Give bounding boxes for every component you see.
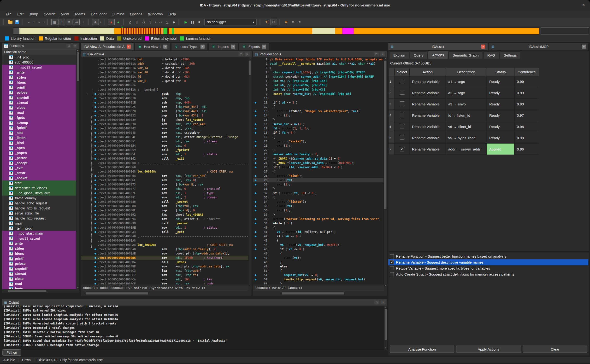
functions-hscrollbar[interactable] <box>2 289 76 293</box>
function-list-item[interactable]: f_snprintf <box>2 95 76 100</box>
output-restore-icon[interactable]: □ <box>374 300 379 304</box>
menu-file[interactable]: File <box>3 11 14 17</box>
forward-dropdown-icon[interactable]: ▾ <box>43 19 46 25</box>
disasm-gutter[interactable] <box>81 57 98 62</box>
disasm-gutter[interactable] <box>81 156 98 161</box>
pseudocode-line[interactable]: 37 } <box>253 213 384 217</box>
pseudocode-line[interactable]: 17 fd = socket(2, 1, 0); <box>253 126 384 130</box>
disasm-gutter[interactable] <box>81 221 98 226</box>
function-list-item[interactable]: f_fprintf <box>2 125 76 130</box>
pseudocode-line[interactable]: 48 } <box>253 260 384 264</box>
pseudocode-line[interactable]: 10 <box>253 96 384 100</box>
pseudocode-line[interactable]: 18 if ( fd < 0 ) <box>253 130 384 135</box>
disasm-line[interactable]: .text:0000000000400B9E mov edi, 1 ; stat… <box>81 226 248 230</box>
pseudocode-line[interactable]: 35 close(fd); <box>253 204 384 208</box>
function-list-item[interactable]: f_accept <box>2 160 76 165</box>
pseudocode-line[interactable]: 24 *(_DWORD *)&server_addr.sa_data[2] = … <box>253 156 384 161</box>
function-list-item[interactable]: f_htons <box>2 80 76 85</box>
function-list-item[interactable]: f_close <box>2 105 76 110</box>
function-list-item[interactable]: fclose <box>2 276 76 281</box>
function-list-item[interactable]: fhandle_echo_request <box>2 201 76 206</box>
disasm-gutter[interactable] <box>81 152 98 156</box>
disasm-line[interactable]: .text:0000000000400B8B mov [rbp+fd], eax <box>81 204 248 208</box>
disasm-line[interactable]: .text:0000000000400BA8 ; ---------------… <box>81 234 248 238</box>
function-list-item[interactable]: f_strlen <box>2 75 76 80</box>
pseudocode-line[interactable]: 27 { <box>253 169 384 174</box>
function-list-item[interactable]: fserve_static_file <box>2 211 76 216</box>
disasm-line[interactable]: .text:0000000000400B2B mov [rbp+var_440]… <box>81 109 248 113</box>
disasm-line[interactable]: .text:0000000000400B45 mov rax, cs:stder… <box>81 130 248 135</box>
pseudocode-line[interactable]: 46 { <box>253 251 384 256</box>
disasm-gutter[interactable] <box>81 105 98 109</box>
pseudocode-close-icon[interactable]: × <box>380 52 385 56</box>
function-list-item[interactable]: f__libc_start_main <box>2 231 76 236</box>
subtab-semantic-graph[interactable]: Semantic Graph <box>449 52 483 59</box>
analysis-option[interactable]: Rename Function - Suggest better functio… <box>388 253 588 259</box>
pseudocode-line[interactable]: 23 server_addr.sa_family = 2; <box>253 152 384 156</box>
menu-edit[interactable]: Edit <box>15 11 26 17</box>
pseudocode-line[interactable]: 51 request_buf[v5] = 0; <box>253 273 384 277</box>
disasm-gutter[interactable] <box>81 273 98 277</box>
toolbar-grip[interactable] <box>47 20 50 25</box>
pseudocode-line[interactable]: 39 while ( 1 ) <box>253 221 384 226</box>
table-row[interactable]: 5 Rename Variable v6 → client_fd Ready 0… <box>389 121 539 132</box>
disasm-gutter[interactable] <box>81 247 98 251</box>
function-list-item[interactable]: fwrite <box>2 241 76 246</box>
c-compile-icon[interactable]: 'C <box>264 19 270 25</box>
disasm-line[interactable]: .text:0000000000400B73 mov [rbp+var_8], … <box>81 182 248 187</box>
function-list-item[interactable]: fmain <box>2 221 76 226</box>
function-list-item[interactable]: f_strncat <box>2 100 76 105</box>
ida-view-restore-icon[interactable]: □ <box>239 52 243 56</box>
function-list-item[interactable]: fpclose <box>2 261 76 266</box>
function-list-item[interactable]: f_init_proc <box>2 55 76 60</box>
row-checkbox[interactable] <box>400 124 404 129</box>
pseudocode-line[interactable]: 29 close(fd); <box>253 178 384 182</box>
disasm-gutter[interactable] <box>81 143 98 148</box>
ida-view-hscrollbar[interactable] <box>81 291 248 296</box>
pseudocode-line[interactable]: 2void __fastcall __noreturn main(int a1,… <box>253 62 384 66</box>
menu-teams[interactable]: Teams <box>72 11 87 17</box>
tab-close-icon[interactable]: × <box>231 45 235 49</box>
row-checkbox[interactable]: ✓ <box>400 147 404 151</box>
row-checkbox[interactable] <box>400 113 404 117</box>
disasm-gutter[interactable] <box>81 126 98 130</box>
function-list-item[interactable]: f_write <box>2 70 76 75</box>
disasm-gutter[interactable] <box>81 139 98 143</box>
pseudocode-line[interactable]: 33 { <box>253 195 384 200</box>
subtab-explain[interactable]: Explain <box>389 52 409 59</box>
disasm-gutter[interactable] <box>81 226 98 230</box>
select-cell[interactable] <box>395 110 410 121</box>
disasm-gutter[interactable] <box>81 161 98 165</box>
disasm-line[interactable]: .text:0000000000400B77 mov edx, 0 ; prot… <box>81 187 248 191</box>
disasm-gutter[interactable] <box>81 251 98 256</box>
disasm-line[interactable]: .text:0000000000400B68 <box>81 165 248 169</box>
debugger-stop-icon[interactable]: ■ <box>196 19 202 25</box>
frame-icon[interactable]: ▭ <box>157 19 164 25</box>
disasm-line[interactable]: .text:0000000000400B42 mov rdx, [rax] <box>81 126 248 130</box>
disasm-line[interactable]: .text:0000000000400B51 mov rdi, rax ; st… <box>81 139 248 143</box>
output-log[interactable]: [IDAssist] INFO: Action application comp… <box>2 306 384 350</box>
disasm-line[interactable]: .text:0000000000400B94 mov edi, offset s… <box>81 217 248 221</box>
disasm-gutter[interactable] <box>81 213 98 217</box>
function-list-item[interactable]: fsnprintf <box>2 266 76 271</box>
tab-idassist[interactable]: ▤IDAssist× <box>388 43 488 50</box>
pseudocode-line[interactable]: 40 { <box>253 226 384 230</box>
pseudocode-line[interactable]: 47 close(v6); <box>253 256 384 260</box>
select-cell[interactable] <box>395 76 410 87</box>
disasm-line[interactable]: .text:0000000000400B99 call _perror <box>81 221 248 226</box>
disasm-line[interactable]: .text:0000000000400B1E sub rsp, 440h <box>81 100 248 105</box>
log-line[interactable]: [IDAssist] INFO: Action application comp… <box>2 306 384 308</box>
disasm-line[interactable]: .text:0000000000400B4C mov esi, offset a… <box>81 135 248 139</box>
pseudocode-line[interactable]: 31 } <box>253 187 384 191</box>
disasm-line[interactable]: .text:0000000000400B1A <box>81 83 248 87</box>
clear-button[interactable]: Clear <box>523 345 587 353</box>
tab-close-icon[interactable]: × <box>582 45 586 49</box>
function-list-item[interactable]: f_open <box>2 145 76 150</box>
disasm-line[interactable]: .text:0000000000400BB5 mov edi, 1F90h ; … <box>81 256 248 260</box>
function-list-item[interactable]: f_fgets <box>2 115 76 120</box>
disasm-line[interactable]: .text:0000000000400B39 jg short loc_400B… <box>81 118 248 122</box>
disasm-line[interactable]: .text:0000000000400BA8 <box>81 238 248 243</box>
disasm-line[interactable]: .text:0000000000400B1B mov rbp, rsp <box>81 96 248 100</box>
jump-down-icon[interactable]: ↓ <box>80 19 86 25</box>
hex-view-icon[interactable]: ≡ <box>66 19 73 25</box>
